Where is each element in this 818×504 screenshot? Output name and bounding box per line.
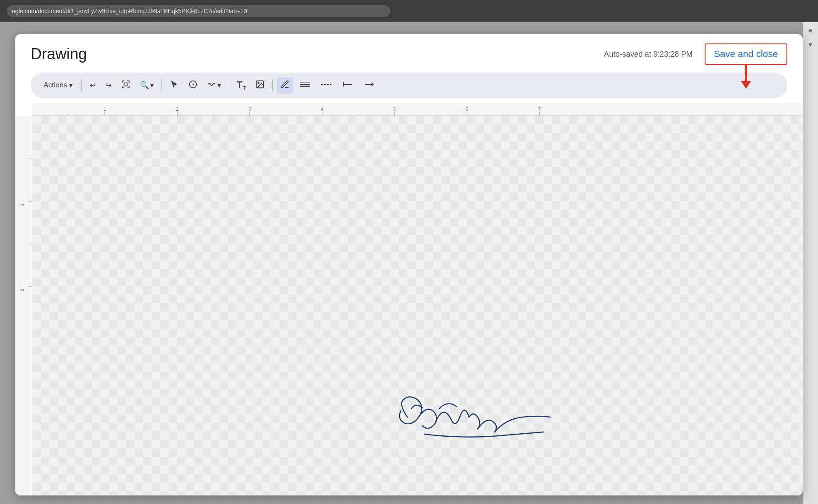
image-button[interactable] <box>252 77 268 94</box>
svg-rect-0 <box>124 83 127 86</box>
zoom-button[interactable]: 🔍 ▾ <box>136 78 157 92</box>
select-region-icon <box>188 80 198 91</box>
signature-container <box>382 383 561 461</box>
pen-icon <box>280 80 290 91</box>
image-icon <box>255 80 265 91</box>
svg-text:4: 4 <box>321 107 323 112</box>
toolbar-divider-3 <box>229 79 229 91</box>
svg-text:1: 1 <box>20 204 25 206</box>
ruler-top: 1 2 3 4 5 6 7 <box>32 103 803 116</box>
scribble-button[interactable]: ▾ <box>204 77 225 94</box>
text-icon: TT <box>237 79 246 91</box>
svg-point-3 <box>258 82 259 84</box>
actions-label: Actions <box>43 81 67 89</box>
svg-text:2: 2 <box>20 289 25 291</box>
drawing-modal: Drawing Auto-saved at 9:23:28 PM Save an… <box>15 34 803 495</box>
paint-format-icon <box>121 80 130 91</box>
canvas-content <box>32 116 803 495</box>
svg-text:6: 6 <box>466 107 468 112</box>
drawing-canvas[interactable] <box>32 116 803 495</box>
scribble-icon <box>207 80 216 91</box>
toolbar-divider-4 <box>272 79 273 91</box>
svg-text:3: 3 <box>248 107 251 112</box>
browser-bar: ogle.com/document/d/1_jsovLyZw9Hxe_iutpR… <box>0 0 818 22</box>
canvas-area[interactable]: 1 2 3 4 5 6 7 <box>15 103 803 495</box>
redo-button[interactable]: ↪ <box>102 78 115 92</box>
select-icon <box>170 80 179 91</box>
line-start-button[interactable] <box>338 77 357 94</box>
text-button[interactable]: TT <box>233 77 249 94</box>
zoom-icon: 🔍 <box>140 81 149 90</box>
modal-header: Drawing Auto-saved at 9:23:28 PM Save an… <box>15 34 803 72</box>
line-dash-icon <box>320 80 332 91</box>
header-right: Auto-saved at 9:23:28 PM Save and close <box>604 43 787 65</box>
red-arrow-annotation <box>741 65 751 89</box>
sidebar-right: ≡ ▾ <box>803 22 818 504</box>
pen-color-button[interactable] <box>277 77 293 94</box>
auto-saved-text: Auto-saved at 9:23:28 PM <box>604 50 692 59</box>
svg-text:7: 7 <box>538 107 541 112</box>
undo-button[interactable]: ↩ <box>86 78 99 92</box>
line-weight-icon <box>299 80 311 91</box>
select-region-button[interactable] <box>185 77 201 94</box>
arrow-shaft <box>745 65 747 81</box>
select-button[interactable] <box>166 77 182 94</box>
line-weight-button[interactable] <box>296 77 314 94</box>
svg-text:2: 2 <box>176 107 179 112</box>
ruler-left: 1 2 <box>15 116 32 495</box>
line-end-icon <box>363 80 375 91</box>
line-end-button[interactable] <box>360 77 378 94</box>
toolbar-divider-2 <box>161 79 162 91</box>
line-start-icon <box>342 80 354 91</box>
toolbar: Actions ▾ ↩ ↪ 🔍 ▾ <box>31 72 787 98</box>
url-bar[interactable]: ogle.com/document/d/1_jsovLyZw9Hxe_iutpR… <box>7 5 390 17</box>
sidebar-icon-1: ≡ <box>805 26 815 36</box>
line-dash-button[interactable] <box>317 77 336 94</box>
zoom-chevron: ▾ <box>150 81 154 90</box>
svg-text:1: 1 <box>104 107 106 112</box>
modal-title: Drawing <box>31 45 87 63</box>
svg-text:5: 5 <box>393 107 396 112</box>
arrow-head <box>741 81 751 89</box>
actions-chevron-icon: ▾ <box>69 81 73 90</box>
undo-icon: ↩ <box>89 81 96 90</box>
save-and-close-button[interactable]: Save and close <box>705 43 787 65</box>
sidebar-scroll-down[interactable]: ▾ <box>805 39 815 49</box>
actions-button[interactable]: Actions ▾ <box>39 78 77 92</box>
paint-format-button[interactable] <box>118 77 134 94</box>
save-close-wrapper: Save and close <box>705 43 787 65</box>
redo-icon: ↪ <box>105 81 112 90</box>
scribble-chevron: ▾ <box>217 81 221 90</box>
toolbar-divider-1 <box>81 79 82 91</box>
